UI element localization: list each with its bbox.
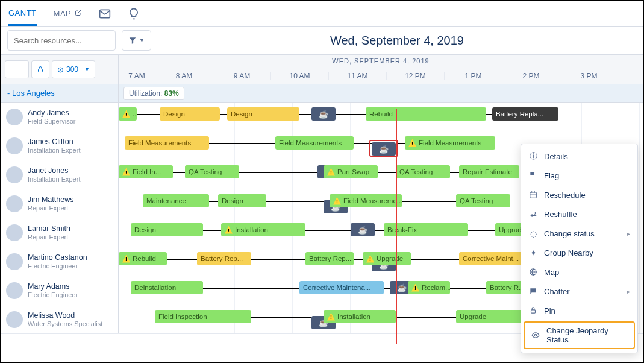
- task[interactable]: !Installation: [324, 310, 396, 323]
- travel-line: [220, 114, 227, 115]
- travel-line: [468, 230, 495, 231]
- filter-button[interactable]: ▼: [122, 30, 151, 51]
- resource-name: Andy James: [28, 109, 75, 118]
- travel-line: [354, 143, 372, 144]
- menu-map[interactable]: Map: [521, 262, 637, 282]
- mail-icon[interactable]: [99, 8, 111, 20]
- task-label: Part Swap: [337, 168, 369, 175]
- warning-icon: !: [225, 226, 233, 234]
- task[interactable]: Field Measurements: [275, 136, 354, 150]
- avatar: [6, 137, 23, 154]
- task[interactable]: !Field Measureme...: [330, 194, 402, 207]
- task[interactable]: !Part Swap: [324, 165, 378, 178]
- task[interactable]: Design: [131, 223, 203, 236]
- task[interactable]: Design: [227, 107, 299, 121]
- task[interactable]: !Field In...: [119, 165, 173, 178]
- resource-cell[interactable]: Melissa Wood Water Systems Specialist: [1, 305, 119, 333]
- tab-map[interactable]: MAP: [54, 1, 83, 26]
- menu-change-jeopardy[interactable]: Change Jeopardy Status: [524, 321, 635, 349]
- menu-flag[interactable]: Flag: [521, 166, 637, 185]
- resource-cell[interactable]: Lamar Smith Repair Expert: [1, 218, 119, 247]
- lock-button[interactable]: [31, 60, 49, 78]
- break-task[interactable]: ☕: [351, 223, 375, 236]
- lane[interactable]: !...DesignDesign☕RebuildBattery Repla...: [119, 103, 643, 131]
- task[interactable]: Corrective Maintena...: [299, 281, 384, 294]
- task[interactable]: !Field Measurements: [405, 136, 495, 150]
- resource-cell[interactable]: James Clifton Installation Expert: [1, 131, 119, 160]
- coffee-icon: ☕: [379, 145, 389, 154]
- territory-row: - Los Angeles Utilization: 83%: [1, 84, 643, 103]
- break-task[interactable]: ☕: [372, 142, 396, 156]
- task[interactable]: Repair Estimate: [459, 165, 519, 178]
- resource-cell[interactable]: Janet Jones Installation Expert: [1, 160, 119, 189]
- task[interactable]: Rebuild: [366, 107, 486, 121]
- task-label: Design: [222, 197, 243, 204]
- task[interactable]: Corrective Maint...: [459, 252, 525, 265]
- toolbar: ▼ Wed, September 4, 2019: [1, 27, 643, 54]
- tab-gantt[interactable]: GANTT: [8, 1, 37, 26]
- menu-reshuffle[interactable]: ⇄Reshuffle: [521, 204, 637, 224]
- menu-label: Change status: [544, 229, 595, 238]
- menu-label: Details: [544, 152, 568, 161]
- search-input[interactable]: [14, 36, 115, 45]
- avatar: [6, 224, 23, 241]
- menu-details[interactable]: ⓘDetails: [521, 147, 637, 166]
- task[interactable]: Upgrade: [456, 310, 522, 323]
- task[interactable]: !Upgrade: [363, 252, 411, 265]
- task-label: Break-Fix: [387, 226, 417, 233]
- chat-icon: [528, 286, 538, 296]
- hour-label: 1 PM: [444, 72, 502, 80]
- resource-name: Janet Jones: [28, 166, 80, 175]
- travel-line: [305, 230, 351, 231]
- resource-cell[interactable]: Jim Matthews Repair Expert: [1, 189, 119, 218]
- menu-label: Reshuffle: [544, 210, 577, 219]
- menu-chatter[interactable]: Chatter▸: [521, 282, 637, 301]
- calendar-icon: [528, 190, 538, 200]
- resource-title: Repair Expert: [28, 233, 70, 241]
- task[interactable]: QA Testing: [456, 194, 510, 207]
- task[interactable]: !Installation: [221, 223, 305, 236]
- search-box[interactable]: [7, 30, 116, 51]
- task[interactable]: QA Testing: [185, 165, 239, 178]
- task[interactable]: Deinstallation: [131, 281, 203, 294]
- resource-cell[interactable]: Andy James Field Supervisor: [1, 103, 119, 131]
- travel-line: [251, 259, 305, 260]
- blank-button[interactable]: [5, 60, 29, 78]
- menu-reschedule[interactable]: Reschedule: [521, 185, 637, 204]
- resource-cell[interactable]: Martino Castanon Electric Engineer: [1, 247, 119, 276]
- task[interactable]: QA Testing: [396, 165, 450, 178]
- globe-icon: [528, 267, 538, 277]
- task[interactable]: Break-Fix: [384, 223, 468, 236]
- travel-line: [167, 259, 197, 260]
- task[interactable]: !Rebuild: [119, 252, 167, 265]
- top-tabs: GANTT MAP: [1, 1, 643, 27]
- task[interactable]: Field Inspection: [155, 310, 251, 323]
- hour-label: 8 AM: [155, 72, 213, 80]
- travel-line: [299, 114, 311, 115]
- task[interactable]: Battery Rep...: [197, 252, 251, 265]
- task[interactable]: !Reclam...: [408, 281, 450, 294]
- travel-line: [486, 114, 492, 115]
- task[interactable]: Battery Rep...: [305, 252, 354, 265]
- travel-line: [209, 201, 218, 202]
- territory-label[interactable]: - Los Angeles: [1, 84, 119, 102]
- flag-icon: [528, 171, 538, 180]
- task[interactable]: Design: [218, 194, 266, 207]
- svg-rect-10: [531, 310, 536, 313]
- task[interactable]: !...: [119, 107, 137, 121]
- menu-group-nearby[interactable]: ✦Group Nearby: [521, 243, 637, 262]
- task[interactable]: Design: [160, 107, 220, 121]
- count-button[interactable]: ⊘ 300 ▼: [52, 60, 95, 78]
- task[interactable]: Maintenance: [143, 194, 209, 207]
- bulb-icon[interactable]: [128, 8, 140, 20]
- lock-icon: [37, 66, 44, 73]
- hour-label: 11 AM: [328, 72, 386, 80]
- task-label: Field Measurements: [279, 139, 342, 147]
- task[interactable]: Battery Repla...: [492, 107, 558, 121]
- break-task[interactable]: ☕: [311, 107, 336, 121]
- task[interactable]: Field Measurements: [125, 136, 209, 150]
- count-label: 300: [66, 65, 78, 74]
- menu-change-status[interactable]: ◌Change status▸: [521, 224, 637, 243]
- menu-pin[interactable]: Pin: [521, 301, 637, 320]
- resource-cell[interactable]: Mary Adams Electric Engineer: [1, 276, 119, 305]
